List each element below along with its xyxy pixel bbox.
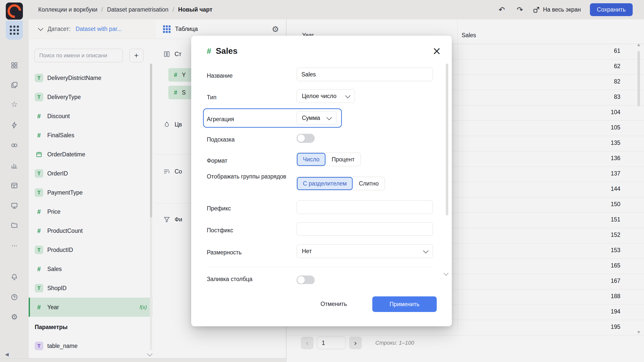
- type-select[interactable]: Целое число: [297, 89, 355, 103]
- dataset-name-link[interactable]: Dataset with par...: [75, 26, 122, 32]
- form-divider: [207, 267, 433, 267]
- dataset-header: Датасет: Dataset with par...: [29, 19, 156, 39]
- hint-label: Подсказка: [207, 135, 235, 144]
- chevron-down-icon[interactable]: [38, 26, 43, 31]
- chevron-down-icon: [423, 248, 428, 253]
- aggregation-label: Агрегация: [207, 115, 234, 124]
- dialog-header: # Sales: [207, 46, 237, 56]
- toggle-knob: [297, 134, 305, 142]
- modal-scrollbar-thumb[interactable]: [446, 64, 448, 215]
- format-option-number[interactable]: Число: [297, 153, 326, 166]
- dialog-footer: Отменить Применить: [191, 284, 452, 326]
- postfix-label: Постфикс: [207, 226, 233, 235]
- column-fill-toggle[interactable]: [297, 276, 315, 285]
- modal-scroll-more-icon: [444, 271, 449, 276]
- digit-groups-segmented-control: С разделителем Слитно: [297, 177, 385, 190]
- name-input[interactable]: [297, 68, 433, 81]
- hint-toggle[interactable]: [297, 134, 315, 143]
- digit-groups-label: Отображать группы разрядов: [207, 172, 287, 181]
- field-settings-dialog: # Sales × Название Тип Целое число Агрег…: [191, 36, 452, 326]
- format-option-percent[interactable]: Процент: [326, 153, 360, 166]
- dimension-select[interactable]: Нет: [297, 244, 433, 258]
- groups-option-separator[interactable]: С разделителем: [297, 177, 353, 190]
- postfix-input[interactable]: [297, 222, 433, 236]
- dialog-title: Sales: [216, 46, 237, 56]
- aggregation-select[interactable]: Сумма: [297, 111, 336, 125]
- prefix-input[interactable]: [297, 200, 433, 214]
- dataset-label: Датасет:: [48, 26, 70, 32]
- apply-button[interactable]: Применить: [372, 296, 437, 312]
- column-fill-label: Заливка столбца: [207, 275, 253, 284]
- type-label: Тип: [207, 93, 216, 102]
- prefix-label: Префикс: [207, 204, 231, 213]
- name-label: Название: [207, 71, 233, 80]
- chevron-down-icon: [327, 115, 332, 120]
- dimension-label: Размерность: [207, 248, 242, 257]
- number-type-icon: #: [207, 47, 211, 56]
- toggle-knob: [297, 276, 305, 284]
- chevron-down-icon: [345, 93, 350, 98]
- groups-option-solid[interactable]: Слитно: [353, 177, 385, 190]
- close-icon[interactable]: ×: [431, 45, 443, 57]
- cancel-button[interactable]: Отменить: [320, 298, 347, 310]
- format-segmented-control: Число Процент: [297, 153, 361, 166]
- format-label: Формат: [207, 156, 227, 165]
- app-window: Коллекции и воркбуки Dataset parametrisa…: [0, 0, 644, 362]
